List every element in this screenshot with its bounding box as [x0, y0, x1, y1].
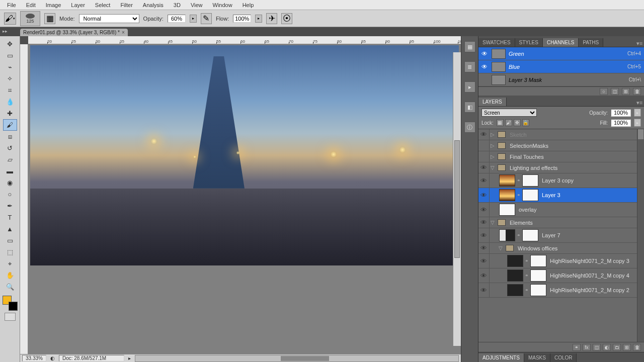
layer-thumbnail[interactable]	[507, 255, 523, 267]
visibility-toggle[interactable]	[478, 140, 490, 151]
dodge-tool[interactable]: ○	[3, 189, 17, 200]
tab-paths[interactable]: PATHS	[579, 38, 603, 47]
visibility-icon[interactable]: 👁	[481, 63, 489, 70]
tablet-size-icon[interactable]: ⦿	[281, 13, 292, 24]
new-layer-icon[interactable]: ⊞	[623, 344, 631, 351]
menu-select[interactable]: Select	[90, 1, 116, 9]
opacity-input[interactable]	[168, 15, 186, 23]
disclosure-triangle-icon[interactable]: ▽	[490, 165, 496, 170]
layer-mask-thumbnail[interactable]	[522, 189, 538, 201]
menu-layer[interactable]: Layer	[66, 1, 90, 9]
new-channel-icon[interactable]: ⊞	[622, 88, 630, 95]
load-channel-selection-icon[interactable]: ○	[600, 88, 608, 95]
layer-mask-thumbnail[interactable]	[530, 269, 546, 282]
lock-transparency-icon[interactable]: ▦	[497, 119, 504, 126]
mask-link-icon[interactable]: ⚭	[517, 233, 521, 238]
lock-pixels-icon[interactable]: 🖌	[505, 119, 512, 126]
new-group-icon[interactable]: 🗀	[613, 344, 621, 351]
menu-image[interactable]: Image	[41, 1, 66, 9]
shape-tool[interactable]: ▭	[3, 235, 17, 246]
menu-3d[interactable]: 3D	[169, 1, 186, 9]
move-tool[interactable]: ✥	[3, 38, 17, 50]
brush-preset-picker[interactable]: 125	[20, 11, 40, 26]
menu-help[interactable]: Help	[237, 1, 259, 9]
info-icon[interactable]: ⓘ	[464, 122, 475, 133]
blur-tool[interactable]: ◉	[3, 177, 17, 189]
zoom-tool[interactable]: 🔍	[3, 281, 17, 293]
layer-thumbnail[interactable]	[499, 189, 515, 201]
visibility-toggle[interactable]: 👁	[478, 283, 490, 297]
close-tab-icon[interactable]: ×	[122, 30, 125, 35]
layer-group-row[interactable]: 👁▽Elements	[478, 217, 644, 228]
background-swatch[interactable]	[9, 302, 18, 311]
layer-thumbnail[interactable]	[507, 269, 523, 282]
opacity-flyout-icon[interactable]: ▸	[190, 15, 197, 23]
healing-brush-tool[interactable]: ✚	[3, 108, 17, 119]
lasso-tool[interactable]: ⌁	[3, 61, 17, 73]
tab-channels[interactable]: CHANNELS	[543, 38, 579, 47]
disclosure-triangle-icon[interactable]: ▽	[490, 220, 496, 225]
visibility-toggle[interactable]: 👁	[478, 217, 490, 228]
menu-file[interactable]: File	[2, 1, 21, 9]
layer-mask-thumbnail[interactable]	[530, 255, 546, 267]
brush-tool[interactable]: 🖌	[3, 119, 17, 131]
tool-preset-picker[interactable]: 🖌▾	[4, 13, 16, 25]
navigator-icon[interactable]: ◧	[464, 102, 475, 113]
airbrush-icon[interactable]: ✈	[266, 13, 277, 24]
fill-flyout-icon[interactable]: ▸	[634, 119, 641, 127]
visibility-toggle[interactable]: 👁	[478, 129, 490, 140]
visibility-toggle[interactable]: 👁	[478, 162, 490, 173]
docsize-field[interactable]: Doc: 28.6M/527.1M	[59, 355, 124, 361]
visibility-toggle[interactable]: 👁	[478, 268, 490, 283]
visibility-icon[interactable]: 👁	[481, 50, 489, 57]
layer-row[interactable]: 👁⚭HighRiseNight0071_2_M copy 2	[478, 283, 644, 298]
visibility-toggle[interactable]: 👁	[478, 188, 490, 202]
mask-link-icon[interactable]: ⚭	[525, 273, 529, 278]
clone-stamp-tool[interactable]: ⧇	[3, 131, 17, 142]
hand-tool[interactable]: ✋	[3, 269, 17, 281]
layer-group-row[interactable]: 👁▽Windows offices	[478, 243, 644, 254]
menu-filter[interactable]: Filter	[115, 1, 137, 9]
visibility-toggle[interactable]: 👁	[478, 243, 490, 253]
visibility-toggle[interactable]	[478, 151, 490, 162]
mask-link-icon[interactable]: ⚭	[517, 178, 521, 183]
brush-panel-toggle-icon[interactable]: ▦	[44, 13, 55, 24]
layer-thumbnail[interactable]	[499, 204, 515, 216]
3d-tool[interactable]: ⬚	[3, 246, 17, 258]
history-icon[interactable]: ≣	[464, 61, 475, 72]
horizontal-ruler[interactable]: 1520253035404550556065707580859095100105…	[28, 36, 461, 44]
save-selection-icon[interactable]: ◫	[611, 88, 619, 95]
lock-all-icon[interactable]: 🔒	[522, 119, 529, 126]
menu-window[interactable]: Window	[208, 1, 237, 9]
tablet-opacity-icon[interactable]: ✎	[201, 13, 212, 24]
layer-row[interactable]: 👁⚭Layer 3	[478, 188, 644, 203]
adjustment-layer-icon[interactable]: ◐	[603, 344, 611, 351]
layer-mask-icon[interactable]: ◫	[593, 344, 601, 351]
tab-styles[interactable]: STYLES	[515, 38, 543, 47]
history-brush-tool[interactable]: ↺	[3, 142, 17, 154]
layer-mask-thumbnail[interactable]	[522, 229, 538, 241]
canvas[interactable]	[28, 44, 461, 354]
zoom-field[interactable]: 33.33%	[22, 355, 46, 361]
layer-thumbnail[interactable]	[499, 229, 515, 241]
layer-thumbnail[interactable]	[499, 174, 515, 187]
flow-flyout-icon[interactable]: ▸	[255, 15, 262, 23]
visibility-toggle[interactable]: 👁	[478, 254, 490, 268]
visibility-toggle[interactable]: 👁	[478, 173, 490, 188]
layer-row[interactable]: 👁overlay	[478, 203, 644, 217]
layer-group-row[interactable]: 👁▷Sketch	[478, 129, 644, 140]
layer-mask-thumbnail[interactable]	[530, 284, 546, 296]
layers-panel-menu-icon[interactable]: ▾≡	[635, 100, 644, 106]
expand-dock-icon[interactable]: ▸▸	[2, 28, 8, 34]
type-tool[interactable]: T	[3, 212, 17, 223]
color-swatches[interactable]	[3, 296, 18, 311]
channels-panel-menu-icon[interactable]: ▾≡	[635, 40, 644, 47]
layers-scrollbar[interactable]	[637, 129, 644, 342]
status-menu-icon[interactable]: ▸	[128, 355, 131, 361]
blend-mode-select[interactable]: Normal	[79, 14, 139, 23]
layer-blend-mode-select[interactable]: Screen	[481, 109, 537, 117]
fill-input[interactable]	[611, 119, 631, 127]
3d-camera-tool[interactable]: ⌖	[3, 258, 17, 269]
layer-row[interactable]: 👁⚭Layer 7	[478, 228, 644, 243]
actions-icon[interactable]: ▸	[464, 81, 475, 93]
